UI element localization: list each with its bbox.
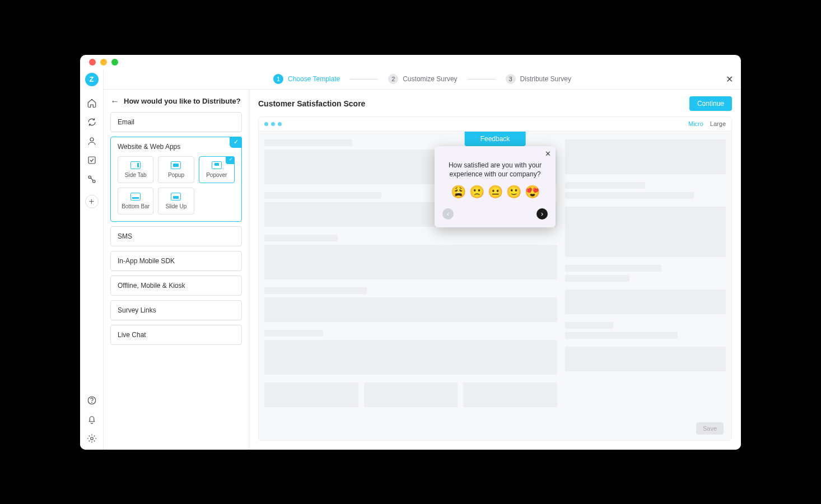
emoji-opt-2[interactable]: 🙁 [469,185,484,199]
app-window: Z + 1 Choose Template 2 Customize Sur [80,55,741,450]
emoji-opt-3[interactable]: 😐 [488,185,503,199]
subopt-label: Popover [206,172,227,178]
size-micro[interactable]: Micro [688,120,703,127]
step-label: Customize Survey [403,75,457,83]
web-subtype-grid: Side Tab Popup Popover [118,156,235,214]
gear-icon[interactable] [86,433,97,444]
dot-icon [264,122,268,126]
dist-option-sdk[interactable]: In-App Mobile SDK [110,251,242,271]
step-distribute-survey[interactable]: 3 Distribute Survey [506,74,571,84]
help-icon[interactable] [86,395,97,406]
preview-canvas: Feedback ✕ How satisfied are you with yo… [259,132,731,440]
panel-header: ← How would you like to Distribute? [110,96,242,106]
popover-close-icon[interactable]: ✕ [545,150,551,158]
svg-point-0 [90,138,94,141]
window-titlebar [80,55,741,69]
step-label: Choose Template [288,75,340,83]
add-button[interactable]: + [85,195,99,208]
subopt-label: Popup [168,172,184,178]
subopt-slide-up[interactable]: Slide Up [158,188,194,214]
prev-arrow-icon[interactable]: ‹ [442,208,454,220]
step-num: 3 [506,74,516,84]
emoji-opt-1[interactable]: 😩 [451,185,466,199]
step-choose-template[interactable]: 1 Choose Template [273,74,340,84]
save-ghost-button: Save [696,422,724,435]
continue-button[interactable]: Continue [689,96,732,111]
slideup-icon [171,193,181,200]
popover-nav: ‹ › [442,208,548,220]
window-minimize-dot[interactable] [100,59,107,66]
subopt-label: Slide Up [166,203,187,209]
window-maximize-dot[interactable] [111,59,118,66]
preview-toolbar: Micro Large [259,117,731,132]
integrations-icon[interactable] [86,174,97,185]
bell-icon[interactable] [86,414,97,425]
feedback-tab[interactable]: Feedback [465,132,526,146]
template-title: Customer Satisfaction Score [258,99,365,108]
dist-option-label: Live Chat [118,331,235,339]
checkbox-icon[interactable] [86,155,97,166]
panel-title: How would you like to Distribute? [124,97,241,105]
preview-header: Customer Satisfaction Score Continue [258,96,732,111]
step-num: 1 [273,74,283,84]
subopt-side-tab[interactable]: Side Tab [118,156,153,183]
back-arrow-icon[interactable]: ← [110,96,119,106]
check-icon [226,156,235,164]
svg-rect-1 [88,157,95,164]
preview-frame: Micro Large [258,116,732,441]
dist-option-label: Survey Links [118,306,235,314]
subopt-popover[interactable]: Popover [199,156,235,183]
next-arrow-icon[interactable]: › [537,208,548,220]
emoji-scale: 😩 🙁 😐 🙂 😍 [442,185,548,199]
emoji-opt-5[interactable]: 😍 [525,185,540,199]
main-row: ← How would you like to Distribute? Emai… [104,90,741,450]
preview-area: Customer Satisfaction Score Continue Mic [249,90,741,450]
content-area: 1 Choose Template 2 Customize Survey 3 D… [104,69,741,450]
body-row: Z + 1 Choose Template 2 Customize Sur [80,69,741,450]
home-icon[interactable] [86,97,97,109]
size-large[interactable]: Large [710,120,726,127]
popover-icon [212,161,222,169]
survey-popover: ✕ How satisfied are you with your experi… [435,146,556,228]
nav-rail: Z + [80,69,104,450]
check-icon [230,137,242,148]
svg-point-6 [90,437,93,440]
dot-icon [271,122,275,126]
close-icon[interactable]: ✕ [726,74,733,85]
preview-size-toggle: Micro Large [688,120,726,127]
subopt-label: Bottom Bar [122,203,150,209]
dist-option-sms[interactable]: SMS [110,226,242,246]
sidetab-icon [130,161,141,169]
logo-icon[interactable]: Z [85,73,99,86]
dist-option-label: Email [118,118,235,126]
step-label: Distribute Survey [520,75,571,83]
emoji-opt-4[interactable]: 🙂 [506,185,521,199]
cycle-icon[interactable] [86,116,97,128]
step-divider [350,79,378,80]
popup-icon [171,161,181,169]
distribute-panel: ← How would you like to Distribute? Emai… [104,90,249,450]
preview-dots [264,122,282,126]
step-customize-survey[interactable]: 2 Customize Survey [388,74,457,84]
svg-point-5 [91,402,92,403]
dot-icon [278,122,282,126]
subopt-popup[interactable]: Popup [158,156,194,183]
dist-option-offline[interactable]: Offline, Mobile & Kiosk [110,276,242,296]
subopt-label: Side Tab [125,172,147,178]
dist-option-label: In-App Mobile SDK [118,257,235,265]
dist-option-email[interactable]: Email [110,112,242,132]
stepper: 1 Choose Template 2 Customize Survey 3 D… [104,69,741,90]
dist-option-chat[interactable]: Live Chat [110,325,242,345]
window-close-dot[interactable] [89,59,96,66]
skel-col [565,139,726,432]
dist-option-web[interactable]: Website & Web Apps Side Tab Popup [110,137,242,222]
step-divider [468,79,496,80]
subopt-bottom-bar[interactable]: Bottom Bar [118,188,153,214]
dist-option-links[interactable]: Survey Links [110,300,242,320]
dist-option-label: Offline, Mobile & Kiosk [118,282,235,290]
step-num: 2 [388,74,398,84]
bottombar-icon [130,193,141,200]
survey-question: How satisfied are you with your experien… [442,161,548,180]
user-icon[interactable] [86,136,97,147]
dist-option-label: Website & Web Apps [118,143,235,151]
